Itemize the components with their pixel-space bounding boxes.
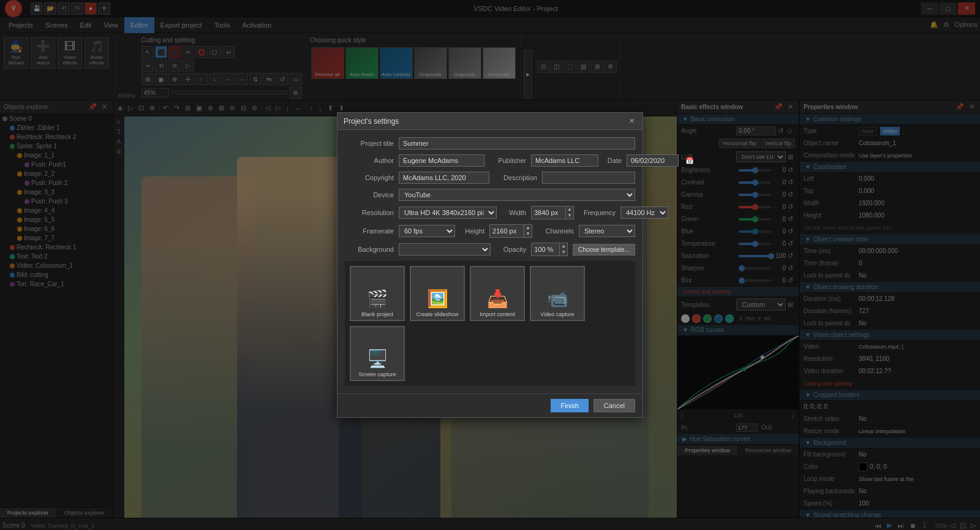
- height-down[interactable]: ▼: [524, 231, 532, 237]
- date-input[interactable]: [627, 154, 679, 167]
- template-slideshow[interactable]: 🖼️ Create slideshow: [410, 266, 465, 321]
- height-field-label: Height: [460, 227, 484, 235]
- device-label: Device: [345, 191, 394, 199]
- screencap-template-icon: 🖥️: [367, 349, 388, 369]
- project-settings-dialog: Project's settings ✕ Project title Autho…: [337, 112, 643, 418]
- description-label: Description: [494, 174, 537, 181]
- framerate-select[interactable]: 60 fps: [399, 225, 455, 237]
- device-select[interactable]: YouTube: [399, 189, 635, 201]
- channels-label: Channels: [537, 227, 574, 235]
- project-title-label: Project title: [345, 140, 394, 147]
- opacity-up[interactable]: ▲: [560, 243, 567, 249]
- dialog-copyright-row: Copyright Description: [345, 172, 635, 184]
- author-input[interactable]: [399, 154, 484, 167]
- dialog-title-row: Project title: [345, 137, 635, 150]
- channels-select[interactable]: Stereo: [579, 225, 635, 237]
- width-field-label: Width: [502, 209, 526, 216]
- slideshow-template-icon: 🖼️: [427, 289, 448, 309]
- background-label: Background: [345, 246, 394, 253]
- screencap-template-label: Screen capture: [358, 371, 396, 377]
- height-up[interactable]: ▲: [524, 225, 532, 231]
- blank-template-icon: 🎬: [367, 289, 388, 309]
- dialog-framerate-row: Framerate 60 fps Height ▲▼ Channels Ster…: [345, 224, 635, 238]
- background-select[interactable]: [399, 243, 491, 256]
- template-video-capture[interactable]: 📹 Video capture: [530, 266, 585, 321]
- width-up[interactable]: ▲: [566, 206, 573, 213]
- dialog-resolution-row: Resolution Ultra HD 4K 3840x2160 pixels …: [345, 206, 635, 219]
- dialog-buttons: Finish Cancel: [337, 393, 643, 417]
- copyright-label: Copyright: [345, 174, 394, 181]
- date-picker-icon[interactable]: 📅: [684, 156, 696, 165]
- cancel-button[interactable]: Cancel: [594, 399, 635, 412]
- resolution-select[interactable]: Ultra HD 4K 3840x2160 pixels (16: [399, 206, 497, 219]
- frequency-label: Frequency: [579, 209, 616, 216]
- publisher-label: Publisher: [489, 157, 526, 164]
- choose-template-button[interactable]: Choose template...: [573, 244, 635, 256]
- opacity-label: Opacity: [496, 246, 526, 253]
- dialog-background-row: Background Opacity ▲▼ Choose template...: [345, 243, 635, 256]
- resolution-field-label: Resolution: [345, 209, 394, 216]
- width-down[interactable]: ▼: [566, 213, 573, 219]
- dialog-close-button[interactable]: ✕: [627, 116, 636, 126]
- author-label: Author: [345, 157, 394, 164]
- dialog-title-text: Project's settings: [344, 117, 399, 126]
- dialog-device-row: Device YouTube: [345, 189, 635, 201]
- template-screen-capture[interactable]: 🖥️ Screen capture: [350, 326, 405, 381]
- import-template-label: Import content: [480, 311, 515, 317]
- framerate-label: Framerate: [345, 227, 394, 235]
- width-input[interactable]: [532, 208, 565, 218]
- videocap-template-icon: 📹: [547, 289, 568, 309]
- slideshow-template-label: Create slideshow: [416, 311, 458, 317]
- finish-button[interactable]: Finish: [551, 399, 588, 412]
- dialog-author-row: Author Publisher Date 📅: [345, 154, 635, 167]
- date-label: Date: [603, 157, 622, 164]
- project-title-input[interactable]: [399, 137, 635, 150]
- template-blank[interactable]: 🎬 Blank project: [350, 266, 405, 321]
- dialog-title-bar: Project's settings ✕: [337, 113, 643, 130]
- description-input[interactable]: [542, 172, 635, 184]
- frequency-select[interactable]: 44100 Hz: [620, 206, 668, 219]
- dialog-templates-grid: 🎬 Blank project 🖼️ Create slideshow 📥 Im…: [345, 261, 635, 386]
- import-template-icon: 📥: [487, 289, 508, 309]
- opacity-down[interactable]: ▼: [560, 249, 567, 256]
- dialog-body: Project title Author Publisher Date 📅 Co…: [337, 130, 643, 393]
- opacity-input[interactable]: [532, 244, 559, 254]
- template-import[interactable]: 📥 Import content: [470, 266, 525, 321]
- dialog-overlay: Project's settings ✕ Project title Autho…: [0, 0, 980, 530]
- height-input[interactable]: [490, 226, 524, 236]
- copyright-input[interactable]: [399, 172, 489, 184]
- publisher-input[interactable]: [531, 154, 598, 167]
- videocap-template-label: Video capture: [540, 311, 574, 317]
- blank-template-label: Blank project: [361, 311, 393, 317]
